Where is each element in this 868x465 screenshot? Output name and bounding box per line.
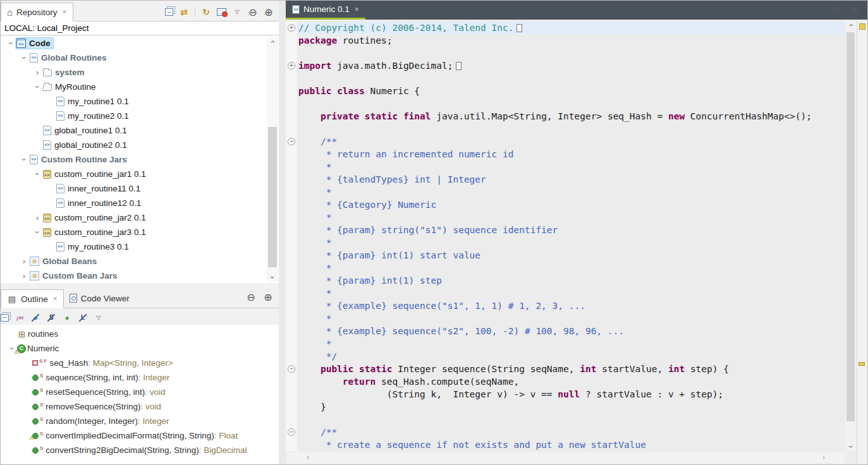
close-icon[interactable]: × — [355, 5, 359, 14]
tree-item[interactable]: Global Routines — [1, 51, 279, 65]
code-line[interactable]: * — [286, 186, 845, 198]
code-line-text[interactable]: * {talendTypes} int | Integer — [297, 173, 845, 186]
code-line[interactable] — [286, 47, 845, 59]
code-line-text[interactable]: */ — [297, 350, 845, 363]
code-line-text[interactable]: * {example} sequence("s2", 100, -2) # 10… — [297, 325, 845, 337]
repository-scrollbar[interactable] — [267, 37, 278, 282]
tree-item[interactable]: Code — [1, 36, 279, 51]
code-line-text[interactable]: * {param} int(1) start value — [297, 249, 845, 262]
code-line[interactable]: * — [286, 236, 845, 249]
code-line[interactable]: − /** — [286, 426, 845, 438]
tab-numeric[interactable]: Numeric 0.1 × — [286, 1, 365, 20]
scroll-down-icon[interactable] — [267, 273, 278, 282]
close-icon[interactable]: × — [63, 8, 67, 16]
code-line-text[interactable]: /** — [297, 426, 845, 438]
code-line[interactable]: * {param} int(1) step — [286, 274, 845, 287]
code-line[interactable]: * {Category} Numeric — [286, 198, 845, 211]
outline-item[interactable]: SresetSequence(String, int) : void — [1, 385, 279, 399]
tree-item[interactable]: inner_routine12 0.1 — [1, 196, 279, 210]
tree-item[interactable]: Global Beans — [1, 254, 279, 269]
code-line-text[interactable]: import java.math.BigDecimal; — [297, 59, 845, 72]
code-line-text[interactable]: * — [297, 287, 845, 299]
hide-local-icon[interactable] — [78, 313, 88, 323]
hide-static-icon[interactable] — [46, 313, 56, 323]
code-line-text[interactable] — [297, 72, 845, 85]
code-area[interactable]: +// Copyright (c) 2006-2014, Talend Inc.… — [286, 21, 845, 451]
warning-summary-marker[interactable] — [859, 23, 865, 30]
folded-region-icon[interactable] — [517, 24, 522, 32]
code-line-text[interactable] — [297, 123, 845, 135]
code-line[interactable]: * — [286, 337, 845, 350]
fold-toggle-icon[interactable]: − — [288, 138, 295, 145]
tree-item[interactable]: global_routine2 0.1 — [1, 138, 279, 152]
code-line-text[interactable] — [297, 47, 845, 59]
code-line[interactable]: +// Copyright (c) 2006-2014, Talend Inc. — [286, 21, 845, 34]
code-line-text[interactable]: (String k, Integer v) -> v == null ? sta… — [297, 388, 845, 401]
tree-item[interactable]: MyRoutine — [1, 80, 279, 94]
scrollbar-thumb[interactable] — [847, 32, 855, 421]
editor-body[interactable]: +// Copyright (c) 2006-2014, Talend Inc.… — [286, 20, 867, 464]
code-line-text[interactable]: * — [297, 312, 845, 325]
maximize-icon[interactable] — [264, 7, 274, 17]
code-line[interactable]: } — [286, 401, 845, 413]
code-line-text[interactable]: private static final java.util.Map<Strin… — [297, 110, 845, 123]
chevron-down-icon[interactable] — [19, 155, 29, 164]
tree-item[interactable]: my_routine3 0.1 — [1, 239, 279, 254]
code-line-text[interactable]: * — [297, 211, 845, 224]
tree-item[interactable]: global_routine1 0.1 — [1, 123, 279, 138]
code-line-text[interactable]: } — [297, 401, 845, 413]
tree-item[interactable]: inner_routine11 0.1 — [1, 181, 279, 196]
tree-item[interactable]: my_routine2 0.1 — [1, 109, 279, 123]
code-line-text[interactable]: public static Integer sequence(String se… — [297, 363, 845, 375]
scroll-up-icon[interactable] — [845, 21, 857, 30]
chevron-down-icon[interactable] — [32, 228, 42, 236]
code-line-text[interactable]: * create a sequence if not exists and pu… — [297, 438, 845, 451]
outline-item[interactable]: Srandom(Integer, Integer) : Integer — [1, 414, 279, 428]
maximize-icon[interactable] — [262, 293, 274, 303]
scrollbar-thumb[interactable] — [268, 127, 277, 267]
outline-item[interactable]: S Fseq_Hash : Map<String, Integer> — [1, 356, 279, 370]
code-line-text[interactable]: /** — [297, 135, 845, 148]
code-line-text[interactable]: * — [297, 262, 845, 274]
code-line-text[interactable]: public class Numeric { — [297, 85, 845, 97]
scroll-left-icon[interactable] — [302, 453, 314, 462]
view-menu-icon[interactable] — [94, 313, 104, 323]
chevron-down-icon[interactable] — [6, 39, 16, 47]
view-menu-icon[interactable] — [232, 7, 242, 17]
scroll-right-icon[interactable] — [818, 453, 829, 462]
code-line[interactable]: * — [286, 262, 845, 274]
fold-toggle-icon[interactable]: − — [288, 428, 295, 436]
outline-item[interactable]: SremoveSequence(String) : void — [1, 399, 279, 414]
minimize-icon[interactable] — [832, 5, 843, 15]
outline-item[interactable]: Ssequence(String, int, int) : Integer — [1, 370, 279, 385]
code-line[interactable]: public class Numeric { — [286, 85, 845, 97]
tab-outline[interactable]: Outline × — [1, 289, 64, 308]
code-line[interactable]: return seq_Hash.compute(seqName, — [286, 375, 845, 388]
code-line[interactable]: * {param} int(1) start value — [286, 249, 845, 262]
code-line-text[interactable]: return seq_Hash.compute(seqName, — [297, 375, 845, 388]
code-line[interactable]: package routines; — [286, 34, 845, 47]
scroll-down-icon[interactable] — [845, 442, 857, 451]
maximize-icon[interactable] — [850, 5, 861, 15]
minimize-icon[interactable] — [248, 7, 258, 17]
code-line-text[interactable]: * {param} int(1) step — [297, 274, 845, 287]
code-line[interactable]: − public static Integer sequence(String … — [286, 363, 845, 375]
code-line[interactable]: */ — [286, 350, 845, 363]
editor-vscrollbar[interactable] — [845, 21, 856, 451]
code-line-text[interactable] — [297, 97, 845, 110]
code-line[interactable]: − /** — [286, 135, 845, 148]
code-line[interactable]: * {talendTypes} int | Integer — [286, 173, 845, 186]
editor-hscrollbar[interactable] — [287, 452, 845, 463]
code-line[interactable] — [286, 97, 845, 110]
chevron-right-icon[interactable] — [19, 257, 29, 265]
code-line-text[interactable]: * return an incremented numeric id — [297, 148, 845, 160]
chevron-down-icon[interactable] — [32, 170, 42, 178]
tab-code-viewer[interactable]: Code Viewer — [64, 289, 135, 308]
tree-item[interactable]: my_routine1 0.1 — [1, 94, 279, 109]
fold-toggle-icon[interactable]: + — [288, 62, 295, 69]
tab-repository[interactable]: Repository × — [1, 3, 73, 21]
code-line[interactable]: * create a sequence if not exists and pu… — [286, 438, 845, 451]
code-line-text[interactable]: package routines; — [297, 34, 845, 47]
scroll-up-icon[interactable] — [267, 37, 278, 46]
chevron-down-icon[interactable] — [32, 83, 42, 91]
